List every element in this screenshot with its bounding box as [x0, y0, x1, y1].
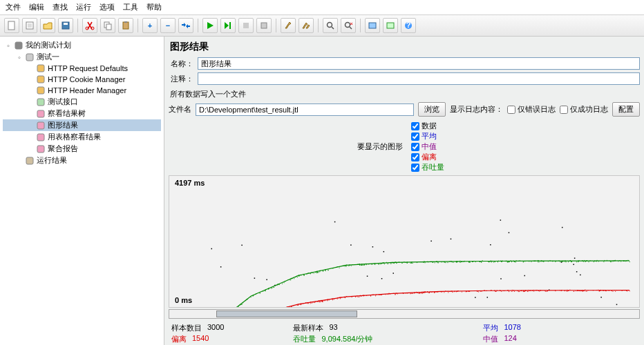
browse-button[interactable]: 浏览	[418, 102, 446, 117]
toggle-button[interactable]	[178, 18, 193, 33]
content-panel: 图形结果 名称： 注释： 所有数据写入一个文件 文件名 浏览 显示日志内容： 仅…	[164, 37, 644, 345]
search-button[interactable]	[323, 18, 338, 33]
svg-rect-12	[243, 23, 249, 28]
svg-rect-27	[37, 122, 44, 129]
new-button[interactable]	[4, 18, 19, 33]
legend-偏离[interactable]: 偏离	[411, 152, 444, 162]
horizontal-scrollbar[interactable]	[169, 309, 640, 319]
graph-area: 4197 ms 0 ms	[169, 175, 640, 308]
sampler-icon	[36, 97, 46, 107]
clear-button[interactable]	[281, 18, 296, 33]
svg-rect-10	[124, 21, 127, 23]
svg-point-14	[328, 23, 332, 28]
run-nopause-button[interactable]	[220, 18, 236, 33]
tree-label: 测试接口	[48, 97, 78, 107]
paste-button[interactable]	[118, 18, 133, 33]
svg-rect-21	[26, 54, 33, 61]
filename-label: 文件名	[169, 104, 191, 115]
open-button[interactable]	[40, 18, 55, 33]
comment-input[interactable]	[198, 72, 640, 85]
tree-label: 我的测试计划	[26, 40, 71, 50]
expand-button[interactable]: +	[142, 18, 158, 33]
svg-rect-9	[123, 22, 129, 29]
svg-rect-28	[37, 134, 44, 141]
svg-rect-13	[261, 23, 267, 28]
tree-node[interactable]: 察看结果树	[3, 108, 161, 119]
shutdown-button[interactable]	[256, 18, 272, 33]
legend-数据[interactable]: 数据	[411, 121, 444, 131]
tree-toggle-icon[interactable]: ◦	[16, 53, 23, 61]
menu-选项[interactable]: 选项	[100, 2, 115, 12]
save-button[interactable]	[58, 18, 73, 33]
svg-rect-16	[369, 23, 376, 28]
tree-node[interactable]: 用表格察看结果	[3, 131, 161, 143]
cut-button[interactable]	[82, 18, 97, 33]
search-reset-button[interactable]	[341, 18, 356, 33]
svg-text:?: ?	[406, 21, 411, 29]
menu-运行[interactable]: 运行	[76, 2, 91, 12]
tree-node[interactable]: 聚合报告	[3, 143, 161, 155]
tree-node[interactable]: HTTP Request Defaults	[3, 63, 161, 74]
fn-button-1[interactable]	[365, 18, 380, 33]
svg-rect-4	[64, 23, 68, 25]
svg-rect-29	[37, 146, 44, 152]
filename-input[interactable]	[196, 103, 414, 116]
svg-rect-23	[37, 76, 44, 83]
run-button[interactable]	[202, 18, 218, 33]
test-plan-tree[interactable]: ◦我的测试计划◦测试一HTTP Request DefaultsHTTP Coo…	[0, 37, 164, 345]
tree-node[interactable]: HTTP Cookie Manager	[3, 74, 161, 85]
stats-footer: 样本数目3000 偏离1540 最新样本93 吞吐量9,094.584/分钟 平…	[169, 322, 640, 345]
success-only-checkbox[interactable]: 仅成功日志	[560, 104, 608, 115]
legend-title: 要显示的图形	[357, 141, 403, 152]
errors-only-checkbox[interactable]: 仅错误日志	[507, 104, 556, 115]
svg-rect-11	[229, 22, 231, 29]
menu-编辑[interactable]: 编辑	[29, 2, 44, 12]
tree-toggle-icon[interactable]: ◦	[5, 41, 12, 50]
separator	[138, 19, 138, 32]
separator	[318, 19, 319, 32]
listener-icon	[36, 144, 46, 154]
listener-icon	[36, 132, 46, 142]
panel-title: 图形结果	[169, 41, 640, 53]
menu-工具[interactable]: 工具	[123, 2, 138, 12]
legend-中值[interactable]: 中值	[411, 141, 444, 152]
fn-button-2[interactable]	[383, 18, 398, 33]
listener-icon	[36, 109, 46, 119]
svg-point-15	[345, 23, 350, 28]
templates-button[interactable]	[22, 18, 37, 33]
clear-all-button[interactable]	[299, 18, 314, 33]
name-input[interactable]	[198, 57, 640, 70]
listener-icon	[36, 121, 46, 130]
tree-label: 用表格察看结果	[48, 132, 101, 142]
copy-button[interactable]	[100, 18, 115, 33]
menu-查找[interactable]: 查找	[53, 2, 68, 12]
configure-button[interactable]: 配置	[612, 102, 640, 117]
menu-文件[interactable]: 文件	[6, 2, 21, 12]
tree-label: HTTP Header Manager	[48, 86, 126, 95]
tree-label: HTTP Cookie Manager	[48, 75, 125, 83]
tree-label: 察看结果树	[48, 108, 86, 119]
flask-icon	[14, 41, 23, 50]
svg-rect-22	[37, 65, 44, 72]
tree-node[interactable]: ◦测试一	[3, 51, 161, 63]
collapse-button[interactable]: −	[160, 18, 176, 33]
tree-node[interactable]: HTTP Header Manager	[3, 85, 161, 96]
svg-rect-24	[37, 87, 44, 94]
file-note: 所有数据写入一个文件	[169, 89, 640, 99]
tree-node[interactable]: 图形结果	[3, 119, 161, 131]
menu-帮助[interactable]: 帮助	[146, 2, 162, 12]
tree-label: 图形结果	[48, 120, 78, 130]
legend-吞吐量[interactable]: 吞吐量	[411, 162, 444, 172]
comment-label: 注释：	[169, 74, 193, 84]
separator	[276, 19, 276, 32]
name-label: 名称：	[169, 59, 193, 69]
stop-button[interactable]	[238, 18, 254, 33]
tree-node[interactable]: ◦我的测试计划	[3, 39, 161, 51]
help-button[interactable]: ?	[401, 18, 416, 33]
tree-node[interactable]: 测试接口	[3, 96, 161, 108]
legend-平均[interactable]: 平均	[411, 131, 444, 141]
tree-node[interactable]: 运行结果	[3, 155, 161, 166]
svg-rect-30	[26, 157, 33, 164]
separator	[360, 19, 361, 32]
tree-label: 运行结果	[37, 155, 67, 166]
